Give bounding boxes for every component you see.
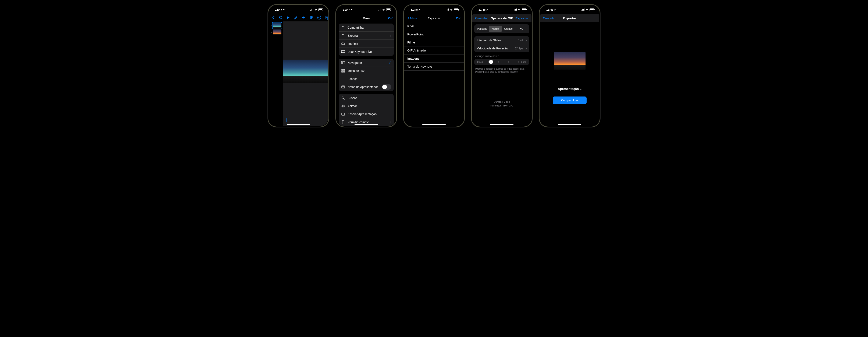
- row-label: Velocidade de Projeção: [477, 47, 513, 50]
- export-powerpoint-row[interactable]: PowerPoint: [404, 30, 464, 38]
- more-icon[interactable]: [317, 15, 321, 20]
- ok-button[interactable]: OK: [388, 16, 393, 20]
- svg-rect-11: [341, 51, 345, 53]
- row-label: Exportar: [347, 34, 388, 37]
- size-xg[interactable]: XG: [515, 26, 528, 32]
- export-meta: Duração: 0 seg Resolução: 480 × 270: [472, 100, 531, 108]
- nav-title: Mais: [337, 16, 396, 20]
- export-gif-row[interactable]: GIF Animado: [404, 47, 464, 55]
- search-row[interactable]: Buscar: [339, 94, 394, 102]
- svg-rect-12: [341, 61, 342, 64]
- auto-advance-slider[interactable]: [485, 62, 519, 62]
- size-medium[interactable]: Médio: [489, 26, 502, 32]
- share-button[interactable]: Compartilhar: [553, 96, 587, 104]
- svg-rect-13: [343, 61, 345, 64]
- signal-icon: [514, 8, 517, 10]
- ok-button[interactable]: OK: [456, 16, 461, 20]
- svg-point-0: [310, 16, 312, 18]
- slide-canvas[interactable]: +: [283, 21, 328, 126]
- battery-icon: [386, 8, 391, 11]
- row-label: Compartilhar: [347, 26, 391, 29]
- slide-thumbnail-1[interactable]: [273, 23, 281, 29]
- add-slide-button[interactable]: +: [286, 118, 291, 122]
- plus-icon[interactable]: [301, 15, 305, 20]
- back-label: Mais: [410, 16, 417, 20]
- location-icon: ➤: [351, 8, 352, 11]
- svg-point-18: [341, 78, 342, 78]
- display-icon: [341, 50, 345, 54]
- frame-rate-row[interactable]: Velocidade de Projeção 24 fps ›: [474, 44, 529, 52]
- slide-navigator: 1 2: [269, 21, 283, 126]
- back-icon[interactable]: [272, 15, 275, 20]
- navigator-icon: [341, 61, 345, 65]
- row-value: 24 fps: [515, 47, 523, 50]
- svg-point-22: [342, 97, 344, 99]
- undo-icon[interactable]: [278, 15, 283, 20]
- svg-rect-16: [342, 71, 343, 72]
- auto-advance-slider-row: 0 seg 1 seg: [474, 59, 529, 65]
- export-preview: [554, 52, 586, 70]
- slide-number: 1: [270, 25, 272, 27]
- presenter-notes-toggle[interactable]: [382, 84, 391, 90]
- slide-range-row[interactable]: Intervalo de Slides 1–2 ›: [474, 36, 529, 44]
- current-slide: [283, 60, 328, 83]
- row-value: 1–2: [518, 38, 523, 42]
- wifi-icon: [450, 8, 453, 10]
- cancel-button[interactable]: Cancelar: [475, 16, 488, 20]
- share-row[interactable]: Compartilhar: [339, 24, 394, 32]
- export-icon: [341, 34, 345, 37]
- svg-point-5: [320, 18, 320, 18]
- status-bar: 11:48➤: [404, 5, 464, 14]
- size-small[interactable]: Pequeno: [475, 26, 489, 32]
- brush-icon[interactable]: [294, 15, 298, 20]
- battery-icon: [318, 8, 323, 11]
- status-bar: 11:47➤: [337, 5, 396, 14]
- phone-5-export-share: 11:48➤ Cancelar Exportar Apresentação 3 …: [539, 4, 600, 127]
- export-button[interactable]: Exportar: [516, 16, 528, 20]
- light-table-row[interactable]: Mesa de Luz: [339, 67, 394, 75]
- nav-header: Cancelar Exportar: [540, 14, 599, 22]
- document-icon[interactable]: [325, 15, 328, 20]
- phone-2-more-menu: 11:47➤ Mais OK Compartilhar Exportar ›: [336, 4, 397, 127]
- rehearse-icon: [341, 112, 345, 116]
- check-icon: ✓: [389, 61, 391, 65]
- status-bar: 11:47➤: [269, 5, 328, 14]
- collaborate-icon[interactable]: [309, 15, 313, 20]
- row-label: Navegador: [347, 61, 386, 64]
- row-label: Buscar: [347, 96, 391, 100]
- slide-thumbnail-2[interactable]: [273, 29, 281, 35]
- row-label: Esboço: [347, 77, 391, 81]
- export-theme-row[interactable]: Tema do Keynote: [404, 62, 464, 71]
- outline-row[interactable]: Esboço: [339, 75, 394, 83]
- keynote-live-row[interactable]: Usar Keynote Live: [339, 48, 394, 56]
- presenter-notes-row[interactable]: Notas do Apresentador: [339, 83, 394, 91]
- size-large[interactable]: Grande: [502, 26, 515, 32]
- chevron-right-icon: ›: [526, 38, 527, 42]
- remote-icon: [341, 120, 345, 124]
- location-icon: ➤: [486, 8, 488, 11]
- remote-row[interactable]: Permitir Remote ›: [339, 118, 394, 126]
- svg-rect-8: [342, 42, 344, 43]
- print-icon: [341, 42, 345, 46]
- browser-row[interactable]: Navegador ✓: [339, 59, 394, 67]
- cancel-button[interactable]: Cancelar: [543, 16, 556, 20]
- export-images-row[interactable]: Imagens: [404, 55, 464, 62]
- status-time: 11:48: [478, 8, 486, 11]
- status-time: 11:48: [411, 8, 418, 11]
- print-row[interactable]: Imprimir: [339, 40, 394, 48]
- export-pdf-row[interactable]: PDF: [404, 22, 464, 30]
- signal-icon: [582, 8, 585, 10]
- auto-advance-header: AVANÇO AUTOMÁTICO: [472, 55, 531, 59]
- back-button[interactable]: Mais: [407, 16, 417, 20]
- export-movie-row[interactable]: Filme: [404, 38, 464, 47]
- slider-thumb[interactable]: [489, 60, 493, 64]
- svg-point-25: [343, 123, 343, 123]
- rehearse-row[interactable]: Ensaiar Apresentação: [339, 110, 394, 118]
- svg-point-3: [318, 18, 318, 18]
- export-row[interactable]: Exportar ›: [339, 32, 394, 40]
- battery-icon: [454, 8, 459, 11]
- animate-row[interactable]: Animar: [339, 102, 394, 110]
- play-icon[interactable]: [286, 15, 290, 20]
- slider-max-label: 1 seg: [521, 61, 526, 63]
- status-time: 11:47: [275, 8, 282, 11]
